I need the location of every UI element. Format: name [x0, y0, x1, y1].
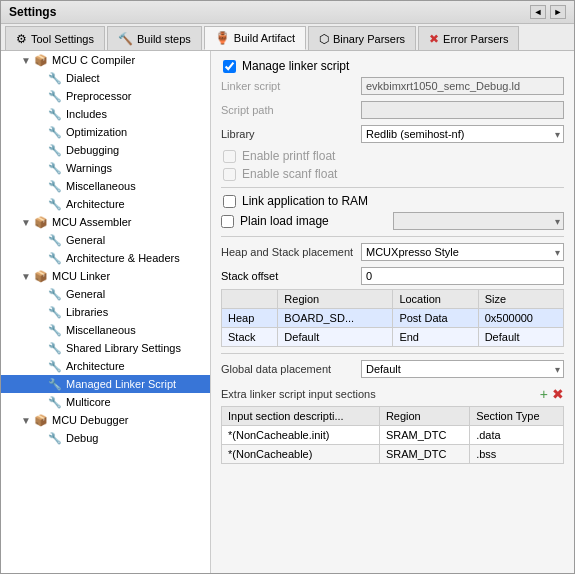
tab-binary-parsers[interactable]: ⬡ Binary Parsers — [308, 26, 416, 50]
link-to-ram-checkbox[interactable] — [223, 195, 236, 208]
enable-printf-float-checkbox[interactable] — [223, 150, 236, 163]
toggle-mcu-c-compiler: ▼ — [19, 55, 33, 66]
sidebar-item-preprocessor[interactable]: 🔧 Preprocessor — [1, 87, 210, 105]
library-select-wrapper: Redlib (semihost-nf) — [361, 125, 564, 143]
enable-scanf-float-checkbox[interactable] — [223, 168, 236, 181]
mcu-assembler-label: MCU Assembler — [52, 216, 131, 228]
sidebar-item-architecture-c[interactable]: 🔧 Architecture — [1, 195, 210, 213]
title-bar-buttons: ◄ ► — [530, 5, 566, 19]
miscellaneous-linker-label: Miscellaneous — [66, 324, 136, 336]
library-row: Library Redlib (semihost-nf) — [221, 125, 564, 143]
sidebar-item-architecture-headers[interactable]: 🔧 Architecture & Headers — [1, 249, 210, 267]
global-data-row: Global data placement Default — [221, 360, 564, 378]
heap-name: Heap — [222, 309, 278, 328]
heap-stack-table: Region Location Size Heap BOARD_SD... Po… — [221, 289, 564, 347]
warnings-icon: 🔧 — [47, 161, 63, 175]
linker-th-input: Input section descripti... — [222, 407, 380, 426]
debugging-icon: 🔧 — [47, 143, 63, 157]
stack-offset-label: Stack offset — [221, 270, 361, 282]
sidebar-item-dialect[interactable]: 🔧 Dialect — [1, 69, 210, 87]
mcu-linker-label: MCU Linker — [52, 270, 110, 282]
sidebar-item-shared-library-settings[interactable]: 🔧 Shared Library Settings — [1, 339, 210, 357]
nav-back-button[interactable]: ◄ — [530, 5, 546, 19]
sidebar-item-includes[interactable]: 🔧 Includes — [1, 105, 210, 123]
plain-load-image-checkbox[interactable] — [221, 215, 234, 228]
sidebar-item-general-linker[interactable]: 🔧 General — [1, 285, 210, 303]
nav-fwd-button[interactable]: ► — [550, 5, 566, 19]
preprocessor-icon: 🔧 — [47, 89, 63, 103]
multicore-label: Multicore — [66, 396, 111, 408]
mcu-linker-icon: 📦 — [33, 269, 49, 283]
binary-parsers-icon: ⬡ — [319, 32, 329, 46]
sidebar-item-libraries[interactable]: 🔧 Libraries — [1, 303, 210, 321]
sidebar-item-miscellaneous-c[interactable]: 🔧 Miscellaneous — [1, 177, 210, 195]
sidebar-item-multicore[interactable]: 🔧 Multicore — [1, 393, 210, 411]
architecture-linker-icon: 🔧 — [47, 359, 63, 373]
link-to-ram-row: Link application to RAM — [221, 194, 564, 208]
right-panel: Manage linker script Linker script Scrip… — [211, 51, 574, 573]
manage-linker-script-checkbox[interactable] — [223, 60, 236, 73]
add-linker-button[interactable]: + — [540, 386, 548, 402]
toggle-mcu-linker: ▼ — [19, 271, 33, 282]
heap-size: 0x500000 — [478, 309, 563, 328]
sidebar-item-debug[interactable]: 🔧 Debug — [1, 429, 210, 447]
general-asm-icon: 🔧 — [47, 233, 63, 247]
sidebar-item-general-asm[interactable]: 🔧 General — [1, 231, 210, 249]
mcu-c-compiler-label: MCU C Compiler — [52, 54, 135, 66]
stack-offset-row: Stack offset — [221, 267, 564, 285]
sidebar-item-mcu-linker[interactable]: ▼ 📦 MCU Linker — [1, 267, 210, 285]
sidebar-item-managed-linker-script[interactable]: 🔧 Managed Linker Script — [1, 375, 210, 393]
stack-offset-input[interactable] — [361, 267, 564, 285]
library-label: Library — [221, 128, 361, 140]
library-select[interactable]: Redlib (semihost-nf) — [361, 125, 564, 143]
tab-build-artifact[interactable]: 🏺 Build Artifact — [204, 26, 306, 50]
tool-settings-icon: ⚙ — [16, 32, 27, 46]
sidebar-item-warnings[interactable]: 🔧 Warnings — [1, 159, 210, 177]
sidebar-item-mcu-c-compiler[interactable]: ▼ 📦 MCU C Compiler — [1, 51, 210, 69]
sidebar-item-architecture-linker[interactable]: 🔧 Architecture — [1, 357, 210, 375]
linker-th-region: Region — [379, 407, 469, 426]
includes-icon: 🔧 — [47, 107, 63, 121]
shared-library-settings-icon: 🔧 — [47, 341, 63, 355]
heap-stack-select-wrapper: MCUXpresso Style — [361, 243, 564, 261]
sidebar-item-mcu-debugger[interactable]: ▼ 📦 MCU Debugger — [1, 411, 210, 429]
global-data-select[interactable]: Default — [361, 360, 564, 378]
script-path-input[interactable] — [361, 101, 564, 119]
separator-2 — [221, 236, 564, 237]
includes-label: Includes — [66, 108, 107, 120]
tab-build-steps[interactable]: 🔨 Build steps — [107, 26, 202, 50]
separator-3 — [221, 353, 564, 354]
plain-load-select[interactable] — [393, 212, 565, 230]
preprocessor-label: Preprocessor — [66, 90, 131, 102]
table-row-stack: Stack Default End Default — [222, 328, 564, 347]
extra-linker-title: Extra linker script input sections — [221, 388, 376, 400]
sidebar-item-miscellaneous-linker[interactable]: 🔧 Miscellaneous — [1, 321, 210, 339]
plain-load-image-label: Plain load image — [240, 214, 329, 228]
stack-size: Default — [478, 328, 563, 347]
global-data-select-wrapper: Default — [361, 360, 564, 378]
miscellaneous-linker-icon: 🔧 — [47, 323, 63, 337]
linker-script-input[interactable] — [361, 77, 564, 95]
sidebar-item-optimization[interactable]: 🔧 Optimization — [1, 123, 210, 141]
managed-linker-script-icon: 🔧 — [47, 377, 63, 391]
enable-printf-float-row: Enable printf float — [221, 149, 564, 163]
heap-region: BOARD_SD... — [278, 309, 393, 328]
title-bar: Settings ◄ ► — [1, 1, 574, 24]
th-name — [222, 290, 278, 309]
script-path-row: Script path — [221, 101, 564, 119]
sidebar-item-debugging[interactable]: 🔧 Debugging — [1, 141, 210, 159]
libraries-label: Libraries — [66, 306, 108, 318]
libraries-icon: 🔧 — [47, 305, 63, 319]
th-region: Region — [278, 290, 393, 309]
sidebar-item-mcu-assembler[interactable]: ▼ 📦 MCU Assembler — [1, 213, 210, 231]
tab-error-parsers[interactable]: ✖ Error Parsers — [418, 26, 519, 50]
delete-linker-button[interactable]: ✖ — [552, 386, 564, 402]
shared-library-settings-label: Shared Library Settings — [66, 342, 181, 354]
heap-stack-select[interactable]: MCUXpresso Style — [361, 243, 564, 261]
architecture-headers-label: Architecture & Headers — [66, 252, 180, 264]
tab-tool-settings[interactable]: ⚙ Tool Settings — [5, 26, 105, 50]
extra-linker-header: Extra linker script input sections + ✖ — [221, 386, 564, 402]
table-row-heap: Heap BOARD_SD... Post Data 0x500000 — [222, 309, 564, 328]
architecture-headers-icon: 🔧 — [47, 251, 63, 265]
heap-stack-table-container: Region Location Size Heap BOARD_SD... Po… — [221, 289, 564, 347]
